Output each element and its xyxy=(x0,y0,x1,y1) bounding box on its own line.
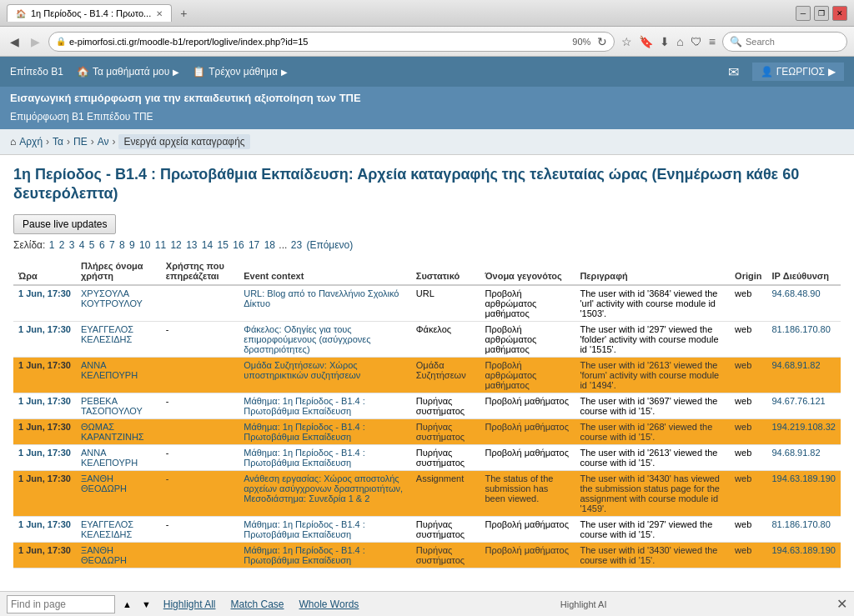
find-next-button[interactable]: ▼ xyxy=(139,598,153,610)
refresh-button[interactable]: ↻ xyxy=(597,35,607,48)
cell-component: Ομάδα Συζητήσεων xyxy=(411,357,480,393)
page-link-2[interactable]: 2 xyxy=(59,239,65,251)
forward-button[interactable]: ▶ xyxy=(28,33,43,50)
page-link-15[interactable]: 15 xyxy=(218,239,229,251)
book-icon: 📋 xyxy=(193,66,205,78)
find-input-wrap[interactable] xyxy=(7,595,115,613)
col-header-description: Περιγραφή xyxy=(575,258,730,285)
page-link-10[interactable]: 10 xyxy=(139,239,150,251)
address-bar-wrap[interactable]: 🔒 90% ↻ xyxy=(48,32,615,52)
home-button[interactable]: ⌂ xyxy=(675,33,685,50)
cell-time: 1 Jun, 17:30 xyxy=(13,516,76,542)
page-link-23[interactable]: 23 xyxy=(291,239,302,251)
cell-fullname[interactable]: ΞΑΝΘΗ ΘΕΟΔΩΡΗ xyxy=(76,542,161,568)
mail-button[interactable]: ✉ xyxy=(728,64,739,80)
page-link-8[interactable]: 8 xyxy=(119,239,125,251)
match-case-button[interactable]: Match Case xyxy=(225,597,289,612)
nav-current-course[interactable]: 📋 Τρέχον μάθημα ▶ xyxy=(193,66,288,78)
pause-updates-button[interactable]: Pause live updates xyxy=(13,214,116,234)
download-button[interactable]: ⬇ xyxy=(658,33,671,50)
browser-search-input[interactable] xyxy=(746,37,854,47)
close-button[interactable]: ✕ xyxy=(832,6,847,21)
breadcrumb-home[interactable]: Αρχή xyxy=(19,136,43,148)
cell-context[interactable]: Μάθημα: 1η Περίοδος - B1.4 : Πρωτοβάθμια… xyxy=(239,542,411,568)
cell-ip[interactable]: 194.63.189.190 xyxy=(766,470,841,516)
cell-fullname[interactable]: ΑΝΝΑ ΚΕΛΕΠΟΥΡΗ xyxy=(76,444,161,470)
user-name: ΓΕΩΡΓΙΟΣ xyxy=(776,66,825,78)
cell-fullname[interactable]: ΘΩΜΑΣ ΚΑΡΑΝΤΖΙΝΗΣ xyxy=(76,418,161,444)
whole-words-button[interactable]: Whole Words xyxy=(294,597,364,612)
cell-eventname: Προβολή αρθρώματος μαθήματος xyxy=(480,321,575,357)
highlight-all-button[interactable]: Highlight All xyxy=(158,597,221,612)
cell-fullname[interactable]: ΡΕΒΕΚΑ ΤΑΣΟΠΟΥΛΟΥ xyxy=(76,393,161,418)
page-link-12[interactable]: 12 xyxy=(170,239,181,251)
cell-ip[interactable]: 194.219.108.32 xyxy=(766,418,841,444)
cell-ip[interactable]: 94.68.91.82 xyxy=(766,357,841,393)
nav-my-courses[interactable]: 🏠 Τα μαθήματά μου ▶ xyxy=(77,66,179,78)
breadcrumb-ta[interactable]: Τα xyxy=(53,136,63,148)
page-next[interactable]: (Επόμενο) xyxy=(306,239,353,251)
cell-ip[interactable]: 94.68.91.82 xyxy=(766,444,841,470)
cell-context[interactable]: Μάθημα: 1η Περίοδος - B1.4 : Πρωτοβάθμια… xyxy=(239,418,411,444)
cell-context[interactable]: Μάθημα: 1η Περίοδος - B1.4 : Πρωτοβάθμια… xyxy=(239,444,411,470)
page-link-9[interactable]: 9 xyxy=(129,239,135,251)
bookmark-button[interactable]: 🔖 xyxy=(637,33,655,50)
new-tab-button[interactable]: + xyxy=(175,5,192,22)
cell-context[interactable]: Μάθημα: 1η Περίοδος - B1.4 : Πρωτοβάθμια… xyxy=(239,516,411,542)
shield-button[interactable]: 🛡 xyxy=(689,33,704,50)
nav-level[interactable]: Επίπεδο Β1 xyxy=(10,66,63,78)
cell-context[interactable]: Μάθημα: 1η Περίοδος - B1.4 : Πρωτοβάθμια… xyxy=(239,393,411,418)
home-icon: 🏠 xyxy=(77,66,89,78)
page-link-7[interactable]: 7 xyxy=(109,239,115,251)
cell-description: The user with id '2613' viewed the cours… xyxy=(575,444,730,470)
cell-time: 1 Jun, 17:30 xyxy=(13,393,76,418)
find-prev-button[interactable]: ▲ xyxy=(120,598,134,610)
cell-fullname[interactable]: ΑΝΝΑ ΚΕΛΕΠΟΥΡΗ xyxy=(76,357,161,393)
page-link-4[interactable]: 4 xyxy=(79,239,85,251)
cell-fullname[interactable]: ΕΥΑΓΓΕΛΟΣ ΚΕΛΕΣΙΔΗΣ xyxy=(76,516,161,542)
user-menu-button[interactable]: 👤 ΓΕΩΡΓΙΟΣ ▶ xyxy=(752,63,844,81)
cell-affected xyxy=(161,285,239,322)
cell-eventname: Προβολή μαθήματος xyxy=(480,516,575,542)
cell-fullname[interactable]: ΕΥΑΓΓΕΛΟΣ ΚΕΛΕΣΙΔΗΣ xyxy=(76,321,161,357)
cell-description: The user with id '297' viewed the course… xyxy=(575,516,730,542)
page-link-1[interactable]: 1 xyxy=(49,239,55,251)
cell-origin: web xyxy=(730,357,766,393)
cell-ip[interactable]: 81.186.170.80 xyxy=(766,516,841,542)
page-link-5[interactable]: 5 xyxy=(89,239,95,251)
breadcrumb-an[interactable]: Αν xyxy=(98,136,109,148)
browser-search-wrap[interactable]: 🔍 xyxy=(722,32,847,52)
bookmark-star-button[interactable]: ☆ xyxy=(620,33,634,50)
page-link-11[interactable]: 11 xyxy=(155,239,166,251)
nav-level-label: Επίπεδο Β1 xyxy=(10,66,63,78)
cell-context[interactable]: Ανάθεση εργασίας: Χώρος αποστολής αρχείω… xyxy=(239,470,411,516)
cell-fullname[interactable]: ΧΡΥΣΟΥΛΑ ΚΟΥΤΡΟΥΛΟΥ xyxy=(76,285,161,322)
cell-ip[interactable]: 94.67.76.121 xyxy=(766,393,841,418)
security-icon: 🔒 xyxy=(56,37,66,46)
back-button[interactable]: ◀ xyxy=(7,33,23,50)
cell-time: 1 Jun, 17:30 xyxy=(13,542,76,568)
address-input[interactable] xyxy=(69,37,565,47)
find-input[interactable] xyxy=(11,598,111,610)
cell-ip[interactable]: 81.186.170.80 xyxy=(766,321,841,357)
page-link-16[interactable]: 16 xyxy=(233,239,244,251)
breadcrumb-pe[interactable]: ΠΕ xyxy=(73,136,88,148)
find-close-button[interactable]: ✕ xyxy=(836,596,847,612)
page-link-17[interactable]: 17 xyxy=(249,239,259,251)
minimize-button[interactable]: ─ xyxy=(796,6,811,21)
cell-ip[interactable]: 194.63.189.190 xyxy=(766,542,841,568)
page-link-13[interactable]: 13 xyxy=(186,239,197,251)
cell-context[interactable]: Φάκελος: Οδηγίες για τους επιμορφούμενου… xyxy=(239,321,411,357)
cell-context[interactable]: URL: Blog από το Πανελλήνιο Σχολικό Δίκτ… xyxy=(239,285,411,322)
page-link-6[interactable]: 6 xyxy=(99,239,105,251)
page-link-18[interactable]: 18 xyxy=(264,239,275,251)
restore-button[interactable]: ❐ xyxy=(814,6,829,21)
page-link-14[interactable]: 14 xyxy=(202,239,213,251)
cell-fullname[interactable]: ΞΑΝΘΗ ΘΕΟΔΩΡΗ xyxy=(76,470,161,516)
cell-ip[interactable]: 94.68.48.90 xyxy=(766,285,841,322)
cell-context[interactable]: Ομάδα Συζητήσεων: Χώρος υποστηρικτικών σ… xyxy=(239,357,411,393)
tab-close-icon[interactable]: ✕ xyxy=(156,9,163,18)
browser-tab[interactable]: 🏠 1η Περίοδος - B1.4 : Πρωτο... ✕ xyxy=(7,4,172,22)
page-link-3[interactable]: 3 xyxy=(69,239,75,251)
menu-button[interactable]: ≡ xyxy=(707,33,717,50)
